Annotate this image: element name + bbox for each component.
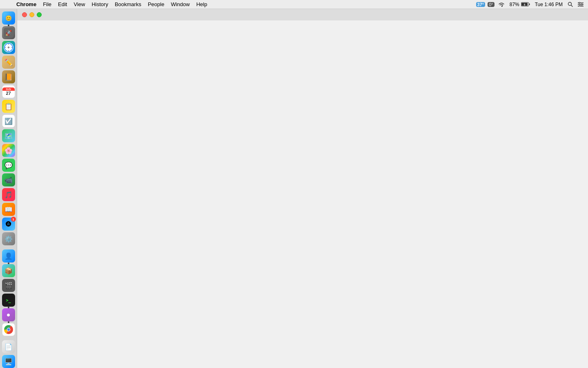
main-area: 😊 🚀 ✏️ <box>0 9 588 368</box>
menu-history[interactable]: History <box>88 1 111 8</box>
dock-icon-pencil[interactable]: ✏️ <box>2 56 15 69</box>
dock-icon-photos[interactable]: 🌸 <box>2 144 15 157</box>
svg-point-25 <box>7 328 10 331</box>
notification-status[interactable]: 0° <box>488 2 494 7</box>
dock-icon-messages[interactable]: 💬 <box>2 159 15 172</box>
menu-people[interactable]: People <box>145 1 167 8</box>
svg-point-8 <box>579 2 580 4</box>
chrome-content-area <box>17 20 588 368</box>
chrome-titlebar <box>17 9 588 20</box>
menu-help[interactable]: Help <box>193 1 211 8</box>
window-close-button[interactable] <box>22 12 27 17</box>
dock-icon-terminal[interactable]: >_ <box>2 294 15 307</box>
weather-status[interactable]: 37° <box>476 2 486 7</box>
apple-menu[interactable] <box>3 4 10 5</box>
svg-text:🚀: 🚀 <box>5 29 12 36</box>
menu-window[interactable]: Window <box>167 1 193 8</box>
battery-status[interactable]: 87% <box>508 2 531 7</box>
chrome-window <box>17 9 588 368</box>
clock-display[interactable]: Tue 1:46 PM <box>534 2 564 7</box>
dock-icon-book[interactable]: 📙 <box>2 70 15 83</box>
svg-text:😊: 😊 <box>5 15 12 22</box>
dock-icon-launchpad[interactable]: 🚀 <box>2 26 15 39</box>
dock-icon-books[interactable]: 📖 <box>2 203 15 216</box>
dock-icon-maps[interactable]: 🗺️ <box>2 129 15 142</box>
dock-icon-screensharing[interactable]: 🖥️ <box>2 355 15 368</box>
spotlight-icon[interactable] <box>566 2 574 7</box>
menu-bookmarks[interactable]: Bookmarks <box>111 1 145 8</box>
dock-icon-appstore[interactable]: 🅐 1 <box>2 218 15 231</box>
menu-file[interactable]: File <box>40 1 55 8</box>
svg-line-4 <box>571 5 573 7</box>
dock: 😊 🚀 ✏️ <box>0 9 17 368</box>
dock-icon-notes[interactable]: 📋 <box>2 100 15 113</box>
menu-bar: Chrome File Edit View History Bookmarks … <box>0 0 588 9</box>
dock-icon-quicklook[interactable]: 📄 <box>2 340 15 353</box>
window-maximize-button[interactable] <box>37 12 42 17</box>
dock-icon-person[interactable]: 👤 <box>2 249 15 263</box>
dock-icon-calendar[interactable]: SUN 27 <box>2 85 15 98</box>
dock-icon-facetime[interactable]: 📹 <box>2 173 15 186</box>
menu-edit[interactable]: Edit <box>55 1 70 8</box>
menu-bar-right: 37° 0° 87% Tue 1:46 PM <box>476 2 585 7</box>
control-center-icon[interactable] <box>577 2 585 7</box>
dock-icon-migration[interactable]: 📦 <box>2 264 15 277</box>
dock-icon-chrome[interactable] <box>2 323 15 336</box>
svg-rect-1 <box>529 4 530 5</box>
app-name[interactable]: Chrome <box>13 1 40 8</box>
appstore-badge: 1 <box>11 217 16 222</box>
wifi-icon[interactable] <box>497 2 506 7</box>
window-minimize-button[interactable] <box>29 12 34 17</box>
dock-icon-coduo[interactable]: ● <box>2 308 15 321</box>
menu-view[interactable]: View <box>70 1 88 8</box>
dock-icon-music[interactable]: 🎵 <box>2 188 15 201</box>
dock-icon-systemprefs[interactable]: ⚙️ <box>2 232 15 245</box>
dock-icon-safari[interactable] <box>2 41 15 54</box>
dock-icon-claquette[interactable]: 🎬 <box>2 279 15 292</box>
dock-icon-reminders[interactable]: ☑️ <box>2 114 15 128</box>
dock-icon-finder[interactable]: 😊 <box>2 11 15 25</box>
svg-point-9 <box>581 4 583 5</box>
svg-point-10 <box>579 5 581 7</box>
